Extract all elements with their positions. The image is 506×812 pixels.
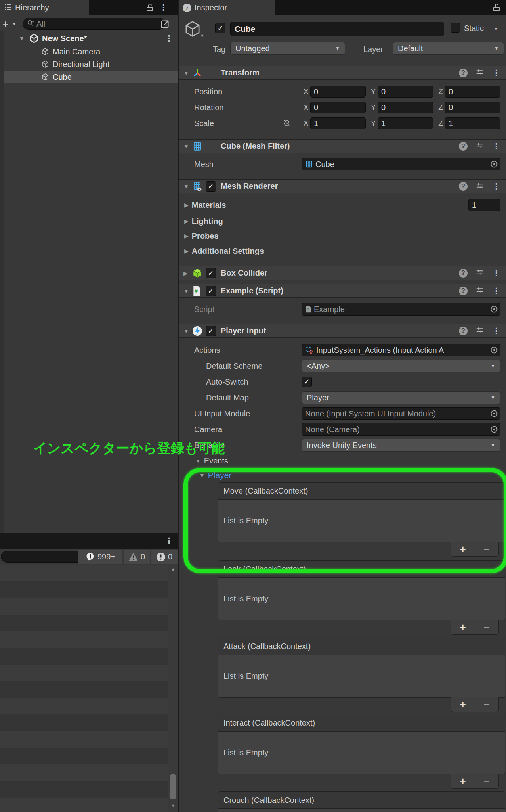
- example-script-header[interactable]: ▼ # ✓ Example (Script) ? ⋮: [179, 284, 506, 298]
- static-caret-icon[interactable]: ▼: [494, 26, 498, 32]
- position-z-field[interactable]: 0: [445, 86, 500, 98]
- console-scrollbar[interactable]: ▲ ▼: [168, 565, 178, 812]
- help-icon[interactable]: ?: [459, 142, 468, 151]
- layer-dropdown[interactable]: Default ▼: [393, 42, 504, 55]
- rotation-x-field[interactable]: 0: [310, 102, 366, 113]
- position-x-field[interactable]: 0: [310, 86, 366, 98]
- example-script-foldout-icon[interactable]: ▼: [183, 288, 192, 294]
- scale-y-field[interactable]: 1: [378, 117, 433, 129]
- presets-icon[interactable]: [475, 326, 484, 336]
- rotation-z-field[interactable]: 0: [445, 102, 500, 113]
- scale-x-field[interactable]: 1: [310, 117, 366, 129]
- scroll-up-icon[interactable]: ▲: [168, 567, 178, 571]
- hierarchy-search-input[interactable]: All: [23, 18, 165, 30]
- scale-z-field[interactable]: 1: [445, 117, 500, 129]
- component-kebab-icon[interactable]: ⋮: [492, 287, 500, 295]
- help-icon[interactable]: ?: [459, 69, 468, 77]
- default-map-dropdown[interactable]: Player ▼: [302, 391, 500, 404]
- ui-input-module-object-field[interactable]: None (Input System UI Input Module): [302, 407, 500, 420]
- tab-inspector[interactable]: i Inspector: [179, 0, 275, 15]
- component-kebab-icon[interactable]: ⋮: [492, 327, 500, 335]
- console-kebab-icon[interactable]: ⋮: [165, 536, 173, 545]
- component-kebab-icon[interactable]: ⋮: [492, 142, 500, 150]
- active-checkbox[interactable]: ✓: [215, 23, 225, 33]
- hierarchy-item-directional-light[interactable]: Directional Light: [0, 58, 178, 71]
- scene-row[interactable]: ▼ New Scene* ⋮: [0, 33, 178, 44]
- gameobject-icon-caret[interactable]: ▼: [200, 33, 204, 38]
- attack-event-header[interactable]: Attack (CallbackContext): [218, 638, 505, 655]
- mesh-renderer-header[interactable]: ▼ ✓ Mesh Renderer ? ⋮: [179, 179, 506, 193]
- additional-settings-foldout[interactable]: ▶ Additional Settings: [179, 244, 506, 258]
- actions-object-field[interactable]: {} InputSystem_Actions (Input Action A: [302, 344, 500, 356]
- console-search-input[interactable]: [1, 551, 83, 563]
- tag-dropdown[interactable]: Untagged ▼: [230, 42, 345, 55]
- probes-foldout[interactable]: ▶ Probes: [179, 229, 506, 243]
- player-input-checkbox[interactable]: ✓: [206, 326, 216, 336]
- presets-icon[interactable]: [475, 286, 484, 296]
- presets-icon[interactable]: [475, 141, 484, 151]
- transform-header[interactable]: ▼ Transform ? ⋮: [179, 66, 506, 80]
- behavior-dropdown[interactable]: Invoke Unity Events ▼: [302, 439, 500, 452]
- crouch-event-header[interactable]: Crouch (CallbackContext): [218, 792, 505, 809]
- help-icon[interactable]: ?: [459, 327, 468, 335]
- tab-hierarchy[interactable]: Hierarchy: [0, 0, 89, 15]
- mesh-renderer-checkbox[interactable]: ✓: [206, 181, 216, 192]
- mesh-renderer-foldout-icon[interactable]: ▼: [183, 183, 192, 190]
- console-errors-badge[interactable]: 0: [151, 550, 178, 564]
- component-kebab-icon[interactable]: ⋮: [492, 182, 500, 190]
- object-picker-icon[interactable]: [490, 305, 498, 314]
- box-collider-checkbox[interactable]: ✓: [206, 268, 216, 278]
- hierarchy-item-main-camera[interactable]: Main Camera: [0, 45, 178, 58]
- console-warnings-badge[interactable]: 0: [124, 550, 150, 564]
- transform-foldout-icon[interactable]: ▼: [183, 70, 192, 76]
- mesh-object-field[interactable]: Cube: [302, 158, 500, 170]
- presets-icon[interactable]: [475, 68, 484, 78]
- default-scheme-dropdown[interactable]: <Any> ▼: [302, 360, 500, 372]
- gameobject-icon[interactable]: ▼: [183, 20, 202, 40]
- box-collider-foldout-icon[interactable]: ▶: [183, 270, 192, 276]
- scrollbar-thumb[interactable]: [170, 774, 176, 799]
- add-object-button[interactable]: +: [2, 18, 8, 30]
- presets-icon[interactable]: [475, 268, 484, 278]
- materials-count-field[interactable]: 1: [468, 199, 500, 211]
- remove-event-button[interactable]: −: [483, 776, 489, 786]
- materials-foldout[interactable]: ▶ Materials 1: [179, 198, 506, 212]
- scene-foldout-icon[interactable]: ▼: [19, 35, 25, 42]
- add-event-button[interactable]: +: [460, 622, 466, 632]
- player-input-foldout-icon[interactable]: ▼: [183, 328, 192, 334]
- component-kebab-icon[interactable]: ⋮: [492, 69, 500, 77]
- pick-object-icon[interactable]: [160, 19, 170, 31]
- player-input-header[interactable]: ▼ ✓ Player Input ? ⋮: [179, 324, 506, 338]
- presets-icon[interactable]: [475, 181, 484, 192]
- mesh-filter-foldout-icon[interactable]: ▼: [183, 143, 192, 149]
- component-kebab-icon[interactable]: ⋮: [492, 269, 500, 277]
- interact-event-header[interactable]: Interact (CallbackContext): [218, 714, 505, 732]
- position-y-field[interactable]: 0: [378, 86, 433, 98]
- add-event-button[interactable]: +: [460, 699, 466, 710]
- scroll-down-icon[interactable]: ▼: [168, 803, 178, 808]
- object-picker-icon[interactable]: [490, 346, 498, 354]
- add-object-caret-icon[interactable]: ▼: [12, 21, 17, 27]
- hierarchy-lock-icon[interactable]: [146, 3, 154, 13]
- help-icon[interactable]: ?: [459, 182, 468, 191]
- mesh-filter-header[interactable]: ▼ Cube (Mesh Filter) ? ⋮: [179, 139, 506, 153]
- camera-object-field[interactable]: None (Camera): [302, 423, 500, 436]
- console-log-list[interactable]: [0, 565, 168, 812]
- rotation-y-field[interactable]: 0: [378, 102, 433, 113]
- object-picker-icon[interactable]: [490, 160, 498, 169]
- help-icon[interactable]: ?: [459, 269, 468, 278]
- hierarchy-kebab-icon[interactable]: ⋮: [159, 3, 168, 11]
- script-object-field[interactable]: # Example: [302, 303, 500, 316]
- help-icon[interactable]: ?: [459, 287, 468, 295]
- box-collider-header[interactable]: ▶ ✓ Box Collider ? ⋮: [179, 266, 506, 280]
- object-picker-icon[interactable]: [490, 425, 498, 434]
- lighting-foldout[interactable]: ▶ Lighting: [179, 214, 506, 228]
- hierarchy-item-cube-selected[interactable]: Cube: [4, 71, 178, 83]
- static-checkbox[interactable]: [451, 23, 460, 33]
- object-picker-icon[interactable]: [490, 409, 498, 418]
- remove-event-button[interactable]: −: [483, 622, 489, 632]
- example-script-checkbox[interactable]: ✓: [206, 286, 216, 296]
- link-broken-icon[interactable]: [282, 118, 291, 130]
- add-event-button[interactable]: +: [460, 776, 466, 786]
- remove-event-button[interactable]: −: [483, 699, 489, 710]
